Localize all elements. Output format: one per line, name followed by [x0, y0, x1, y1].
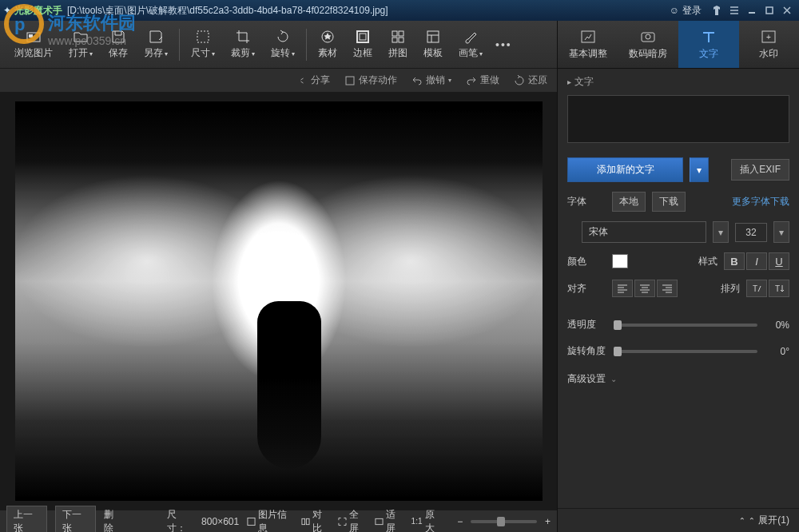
restore-button[interactable]: 还原 — [514, 73, 547, 87]
status-bar: 上一张 下一张 删除 尺寸： 800×601 图片信息 对比 全屏 适屏 1:1… — [0, 510, 557, 532]
maximize-button[interactable] — [761, 3, 778, 18]
svg-rect-13 — [392, 38, 397, 42]
add-text-button[interactable]: 添加新的文字 — [567, 157, 683, 182]
template-button[interactable]: 模板 — [415, 26, 451, 63]
compare-button[interactable]: 对比 — [301, 508, 330, 533]
tab-text[interactable]: 文字 — [678, 21, 739, 68]
fit-screen-button[interactable]: 适屏 — [375, 508, 403, 533]
underline-button[interactable]: U — [769, 252, 789, 270]
size-button[interactable]: 尺寸▾ — [183, 26, 223, 63]
tab-darkroom[interactable]: 数码暗房 — [618, 21, 679, 68]
color-picker[interactable] — [612, 254, 628, 268]
tab-watermark[interactable]: + 水印 — [739, 21, 800, 68]
save-action-button[interactable]: 保存动作 — [344, 73, 397, 87]
align-label: 对齐 — [567, 282, 606, 296]
expand-panel-button[interactable]: ⌄ ⌄ 展开(1) — [558, 508, 799, 532]
svg-rect-14 — [399, 38, 403, 42]
arrange-horizontal-button[interactable]: T — [746, 280, 767, 297]
svg-rect-21 — [582, 31, 594, 42]
zoom-out-icon[interactable]: − — [457, 516, 463, 527]
puzzle-button[interactable]: 拼图 — [380, 26, 415, 63]
fullscreen-button[interactable]: 全屏 — [338, 508, 367, 533]
svg-point-23 — [646, 34, 650, 39]
svg-text:T: T — [753, 284, 757, 293]
add-text-dropdown[interactable]: ▾ — [690, 157, 709, 182]
right-tabs: 基本调整 数码暗房 文字 + 水印 — [558, 21, 799, 69]
svg-text:www.pc0359.cn: www.pc0359.cn — [47, 34, 126, 47]
arrange-vertical-button[interactable]: T — [769, 280, 789, 297]
align-center-button[interactable] — [634, 280, 655, 297]
svg-rect-18 — [302, 518, 305, 524]
chevron-down-icon: ⌄ — [610, 375, 617, 383]
bold-button[interactable]: B — [724, 252, 745, 270]
font-size-dropdown-icon[interactable]: ▾ — [773, 221, 789, 243]
svg-rect-19 — [306, 518, 309, 524]
rotate-button[interactable]: 旋转▾ — [263, 26, 303, 63]
image-info-button[interactable]: 图片信息 — [247, 508, 293, 533]
watermark-overlay: p 河东软件园 www.pc0359.cn — [0, 0, 160, 64]
svg-rect-15 — [427, 31, 439, 42]
size-label: 尺寸： — [167, 508, 193, 533]
panel-header[interactable]: 文字 — [558, 69, 799, 95]
size-value: 800×601 — [201, 516, 239, 527]
undo-button[interactable]: 撤销▾ — [411, 73, 451, 87]
text-preview-box[interactable] — [567, 95, 789, 143]
svg-rect-20 — [376, 518, 383, 524]
italic-button[interactable]: I — [746, 252, 767, 270]
login-button[interactable]: ☺ 登录 — [663, 2, 708, 19]
frame-button[interactable]: 边框 — [345, 26, 380, 63]
rotation-label: 旋转角度 — [567, 344, 606, 358]
redo-button[interactable]: 重做 — [466, 73, 499, 87]
user-icon: ☺ — [670, 5, 679, 16]
zoom-slider[interactable] — [471, 520, 537, 523]
login-label: 登录 — [682, 4, 702, 18]
minimize-button[interactable] — [743, 3, 761, 18]
font-family-select[interactable]: 宋体 — [582, 221, 706, 243]
svg-text:+: + — [766, 33, 771, 42]
brush-button[interactable]: 画笔▾ — [451, 26, 491, 63]
font-download-button[interactable]: 下载 — [652, 192, 686, 212]
svg-rect-11 — [392, 31, 397, 36]
rotation-slider[interactable] — [614, 350, 757, 353]
svg-rect-16 — [346, 77, 354, 85]
prev-image-button[interactable]: 上一张 — [6, 506, 47, 533]
more-button[interactable]: ••• — [491, 35, 517, 54]
insert-exif-button[interactable]: 插入EXIF — [731, 159, 789, 181]
svg-text:T: T — [775, 284, 780, 293]
chevron-up-icon: ⌄ — [749, 516, 755, 525]
svg-rect-12 — [399, 31, 403, 36]
chevron-up-icon: ⌄ — [739, 516, 745, 525]
more-fonts-link[interactable]: 更多字体下载 — [732, 195, 789, 208]
crop-button[interactable]: 裁剪▾ — [223, 26, 263, 63]
align-right-button[interactable] — [657, 280, 678, 297]
delete-button[interactable]: 删除 — [104, 508, 121, 533]
opacity-value: 0% — [765, 320, 789, 331]
skin-button[interactable] — [708, 3, 725, 18]
svg-rect-7 — [197, 31, 209, 42]
advanced-settings-toggle[interactable]: 高级设置 ⌄ — [558, 364, 799, 394]
material-button[interactable]: 素材 — [310, 26, 345, 63]
original-size-button[interactable]: 1:1原大 — [411, 508, 442, 533]
tab-basic-adjust[interactable]: 基本调整 — [558, 21, 618, 68]
canvas-area[interactable] — [0, 93, 557, 510]
next-image-button[interactable]: 下一张 — [55, 506, 96, 533]
opacity-slider[interactable] — [614, 324, 757, 327]
color-label: 颜色 — [567, 255, 606, 268]
svg-rect-10 — [360, 34, 366, 40]
share-button[interactable]: 分享 — [296, 73, 330, 87]
align-left-button[interactable] — [612, 280, 633, 297]
zoom-in-icon[interactable]: + — [545, 516, 551, 527]
font-family-dropdown-icon[interactable]: ▾ — [713, 221, 729, 243]
opacity-label: 透明度 — [567, 318, 606, 332]
image-canvas[interactable] — [15, 101, 543, 501]
menu-button[interactable] — [725, 3, 743, 18]
font-label: 字体 — [567, 195, 606, 208]
svg-text:p: p — [14, 14, 25, 34]
close-button[interactable] — [778, 3, 796, 18]
svg-rect-17 — [248, 518, 255, 525]
rotation-value: 0° — [765, 346, 789, 357]
font-local-button[interactable]: 本地 — [612, 192, 646, 212]
svg-rect-4 — [766, 7, 773, 14]
action-bar: 分享 保存动作 撤销▾ 重做 还原 — [0, 69, 557, 93]
font-size-input[interactable]: 32 — [735, 223, 767, 242]
